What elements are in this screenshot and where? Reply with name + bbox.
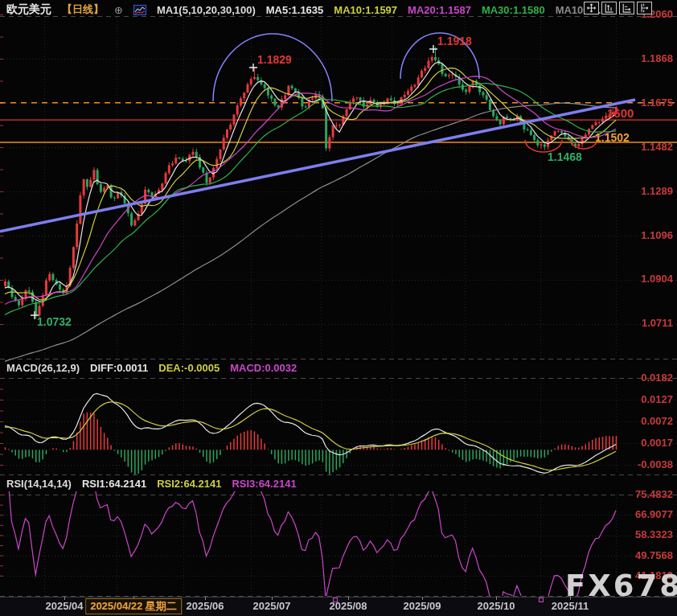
rsi-axis-label-3: 49.7568 [635, 549, 673, 561]
rsi-value-0: RSI1:64.2141 [82, 478, 146, 490]
ma-values-group: MA5:1.1635MA10:1.1597MA20:1.1587MA30:1.1… [266, 4, 613, 16]
macd-axis-label-0: 0.0182 [641, 372, 673, 384]
annotation-1.1468: 1.1468 [548, 150, 582, 163]
macd-value-1: DEA:-0.0005 [158, 362, 220, 374]
price-axis-label-1: 1.1868 [641, 52, 673, 64]
macd-axis-label-1: 0.0127 [641, 393, 673, 405]
date-label-4: 2025/08 [330, 600, 367, 612]
timeframe-label[interactable]: 【日线】 [62, 2, 104, 17]
price-axis-label-2: 1.1675 [641, 97, 673, 109]
date-label-5: 2025/09 [404, 600, 441, 612]
ma-value-0: MA5:1.1635 [266, 4, 324, 16]
price-axis-label-6: 1.0904 [641, 273, 673, 285]
rsi-axis-label-2: 58.3323 [635, 528, 673, 540]
rsi-axis-label-1: 66.9077 [635, 508, 673, 520]
chart-toolbar [584, 2, 652, 14]
ma-settings-label: MA1(5,10,20,30,100) [157, 4, 256, 16]
rsi-value-1: RSI2:64.2141 [157, 478, 221, 490]
price-axis-label-5: 1.1096 [641, 229, 673, 241]
macd-panel-header: MACD(26,12,9) DIFF:0.0011DEA:-0.0005MACD… [6, 362, 297, 374]
main-chart-header: 欧元美元 【日线】 ⊕ MA1(5,10,20,30,100) MA5:1.16… [6, 2, 613, 17]
chart-window: 欧元美元 【日线】 ⊕ MA1(5,10,20,30,100) MA5:1.16… [0, 0, 677, 616]
macd-axis-label-3: 0.0017 [641, 437, 673, 449]
annotation-1.1829: 1.1829 [257, 53, 292, 66]
crosshair-date-label: 2025/04/22 星期二 [85, 598, 182, 614]
date-label-2: 2025/06 [187, 600, 224, 612]
annotation-1.0732: 1.0732 [37, 315, 72, 328]
scale-x-icon[interactable] [619, 2, 634, 14]
circle-plus-icon[interactable]: ⊕ [114, 4, 123, 16]
macd-axis-label-2: 0.0072 [641, 415, 673, 427]
macd-value-2: MACD:0.0032 [230, 362, 297, 374]
ma-value-3: MA30:1.1580 [482, 4, 545, 16]
fx678-watermark: FX678 [565, 569, 677, 603]
ma-value-1: MA10:1.1597 [334, 4, 397, 16]
price-axis-label-4: 1.1289 [641, 185, 673, 197]
annotation-1600: 1600 [607, 106, 634, 120]
rsi-settings-label: RSI(14,14,14) [6, 478, 72, 490]
price-axis-label-7: 1.0711 [642, 317, 673, 329]
date-label-3: 2025/07 [253, 600, 291, 612]
rsi-value-2: RSI3:64.2141 [232, 478, 296, 490]
rsi-values-group: RSI1:64.2141RSI2:64.2141RSI3:64.2141 [82, 478, 297, 490]
date-label-0: 2025/04 [46, 600, 84, 612]
macd-settings-label: MACD(26,12,9) [6, 362, 80, 374]
exit-icon[interactable] [637, 2, 652, 14]
rsi-axis-label-0: 75.4832 [635, 488, 673, 500]
macd-value-0: DIFF:0.0011 [90, 362, 148, 374]
ma-value-2: MA20:1.1587 [408, 4, 471, 16]
annotation-1.1918: 1.1918 [437, 35, 472, 47]
symbol-name: 欧元美元 [6, 2, 51, 17]
annotation-1.1502: 1.1502 [595, 131, 630, 144]
mini-chart-icon[interactable] [133, 5, 146, 15]
price-axis-label-3: 1.1482 [641, 141, 673, 153]
pan-icon[interactable] [584, 2, 599, 14]
scale-y-icon[interactable] [601, 2, 617, 14]
rsi-panel-header: RSI(14,14,14) RSI1:64.2141RSI2:64.2141RS… [6, 478, 297, 490]
macd-values-group: DIFF:0.0011DEA:-0.0005MACD:0.0032 [90, 362, 297, 374]
chart-canvas[interactable] [0, 0, 677, 616]
date-label-6: 2025/10 [478, 600, 515, 612]
macd-axis-label-4: -0.0038 [638, 458, 673, 470]
